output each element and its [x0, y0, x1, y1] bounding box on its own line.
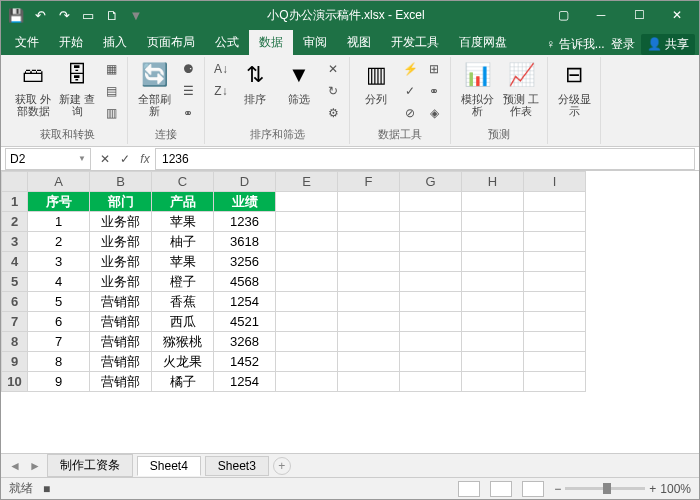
minimize-icon[interactable]: ─ — [583, 4, 619, 26]
cell[interactable] — [400, 312, 462, 332]
cell[interactable]: 业务部 — [90, 212, 152, 232]
whatif-button[interactable]: 📊模拟分析 — [457, 59, 497, 117]
row-header[interactable]: 3 — [2, 232, 28, 252]
cell[interactable] — [524, 232, 586, 252]
row-header[interactable]: 2 — [2, 212, 28, 232]
row-header[interactable]: 7 — [2, 312, 28, 332]
cell[interactable] — [524, 272, 586, 292]
enter-icon[interactable]: ✓ — [115, 149, 135, 169]
row-header[interactable]: 5 — [2, 272, 28, 292]
cell[interactable] — [462, 332, 524, 352]
cell[interactable] — [400, 232, 462, 252]
relationships-icon[interactable]: ⚭ — [424, 81, 444, 101]
cell[interactable]: 猕猴桃 — [152, 332, 214, 352]
cell[interactable] — [338, 312, 400, 332]
cell[interactable]: 1254 — [214, 292, 276, 312]
column-header[interactable]: I — [524, 172, 586, 192]
row-header[interactable]: 4 — [2, 252, 28, 272]
cell[interactable]: 4568 — [214, 272, 276, 292]
cell[interactable] — [338, 292, 400, 312]
cell[interactable]: 橙子 — [152, 272, 214, 292]
tab-home[interactable]: 开始 — [49, 30, 93, 55]
cell[interactable]: 业务部 — [90, 272, 152, 292]
cell[interactable]: 营销部 — [90, 312, 152, 332]
redo-icon[interactable]: ↷ — [53, 4, 75, 26]
page-layout-view-button[interactable] — [490, 481, 512, 497]
cell[interactable]: 香蕉 — [152, 292, 214, 312]
cell[interactable] — [276, 212, 338, 232]
consolidate-icon[interactable]: ⊞ — [424, 59, 444, 79]
cell[interactable] — [276, 352, 338, 372]
close-icon[interactable]: ✕ — [659, 4, 695, 26]
connections-icon[interactable]: ⚈ — [178, 59, 198, 79]
from-table-icon[interactable]: ▤ — [101, 81, 121, 101]
cell[interactable] — [276, 372, 338, 392]
cell[interactable]: 7 — [28, 332, 90, 352]
undo-icon[interactable]: ↶ — [29, 4, 51, 26]
cell[interactable] — [524, 212, 586, 232]
sheet-tab[interactable]: 制作工资条 — [47, 454, 133, 477]
sort-button[interactable]: ⇅排序 — [235, 59, 275, 105]
cell[interactable] — [276, 292, 338, 312]
column-header[interactable]: E — [276, 172, 338, 192]
column-header[interactable]: G — [400, 172, 462, 192]
sheet-tab[interactable]: Sheet4 — [137, 456, 201, 476]
column-header[interactable]: A — [28, 172, 90, 192]
tab-baidu[interactable]: 百度网盘 — [449, 30, 517, 55]
cell[interactable]: 西瓜 — [152, 312, 214, 332]
text-to-columns-button[interactable]: ▥分列 — [356, 59, 396, 105]
cell[interactable] — [462, 212, 524, 232]
table-header-cell[interactable]: 业绩 — [214, 192, 276, 212]
cell[interactable]: 营销部 — [90, 352, 152, 372]
record-macro-icon[interactable]: ■ — [43, 482, 50, 496]
cell[interactable] — [338, 252, 400, 272]
maximize-icon[interactable]: ☐ — [621, 4, 657, 26]
row-header[interactable]: 6 — [2, 292, 28, 312]
row-header[interactable]: 8 — [2, 332, 28, 352]
cell[interactable] — [276, 272, 338, 292]
cell[interactable]: 苹果 — [152, 252, 214, 272]
cell[interactable] — [338, 332, 400, 352]
cell[interactable] — [524, 352, 586, 372]
tell-me[interactable]: ♀ 告诉我... — [546, 36, 604, 53]
zoom-out-button[interactable]: − — [554, 482, 561, 496]
properties-icon[interactable]: ☰ — [178, 81, 198, 101]
cell[interactable]: 5 — [28, 292, 90, 312]
cell[interactable] — [338, 352, 400, 372]
cell[interactable]: 苹果 — [152, 212, 214, 232]
new-query-button[interactable]: 🗄新建 查询 — [57, 59, 97, 117]
cell[interactable] — [462, 252, 524, 272]
forecast-button[interactable]: 📈预测 工作表 — [501, 59, 541, 117]
cell[interactable]: 3256 — [214, 252, 276, 272]
cell[interactable]: 8 — [28, 352, 90, 372]
select-all-corner[interactable] — [2, 172, 28, 192]
worksheet-grid[interactable]: ABCDEFGHI1序号部门产品业绩21业务部苹果123632业务部柚子3618… — [1, 171, 699, 453]
cell[interactable]: 9 — [28, 372, 90, 392]
cell[interactable] — [524, 252, 586, 272]
row-header[interactable]: 10 — [2, 372, 28, 392]
row-header[interactable]: 9 — [2, 352, 28, 372]
column-header[interactable]: D — [214, 172, 276, 192]
cell[interactable] — [276, 252, 338, 272]
cell[interactable]: 6 — [28, 312, 90, 332]
sort-asc-icon[interactable]: A↓ — [211, 59, 231, 79]
cell[interactable]: 营销部 — [90, 332, 152, 352]
cell[interactable]: 1254 — [214, 372, 276, 392]
fx-icon[interactable]: fx — [135, 152, 155, 166]
cell[interactable]: 火龙果 — [152, 352, 214, 372]
normal-view-button[interactable] — [458, 481, 480, 497]
cell[interactable]: 4 — [28, 272, 90, 292]
outline-button[interactable]: ⊟分级显示 — [554, 59, 594, 117]
zoom-slider[interactable] — [565, 487, 645, 490]
qat-dropdown-icon[interactable]: ▼ — [125, 4, 147, 26]
advanced-icon[interactable]: ⚙ — [323, 103, 343, 123]
table-header-cell[interactable]: 序号 — [28, 192, 90, 212]
clear-filter-icon[interactable]: ✕ — [323, 59, 343, 79]
cell[interactable]: 4521 — [214, 312, 276, 332]
validation-icon[interactable]: ⊘ — [400, 103, 420, 123]
tab-data[interactable]: 数据 — [249, 30, 293, 55]
cell[interactable] — [338, 192, 400, 212]
cell[interactable]: 3618 — [214, 232, 276, 252]
cell[interactable]: 业务部 — [90, 252, 152, 272]
column-header[interactable]: F — [338, 172, 400, 192]
